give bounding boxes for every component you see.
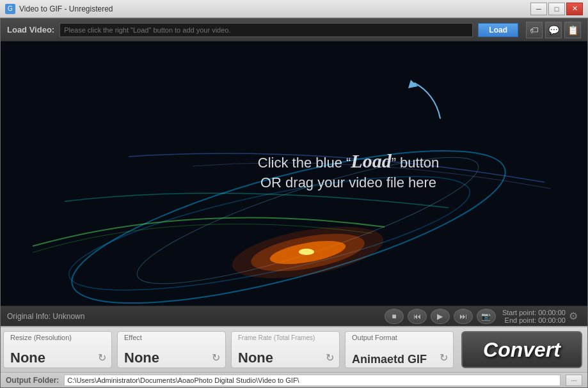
stop-button[interactable]: ■ — [385, 309, 404, 324]
top-icon-group: 🏷 💬 📋 — [526, 22, 581, 38]
framerate-label-sub: (Total Frames) — [274, 334, 315, 341]
resize-value: None — [10, 351, 105, 365]
framerate-value: None — [238, 351, 333, 365]
effect-label: Effect — [124, 334, 219, 341]
effect-control-box[interactable]: Effect None ↻ — [117, 331, 226, 368]
resize-settings-icon[interactable]: ↻ — [98, 352, 106, 364]
convert-button[interactable]: Convert — [461, 331, 582, 368]
framerate-label: Frame Rate (Total Frames) — [238, 334, 333, 341]
outputformat-label: Output Format — [352, 334, 447, 341]
play-button[interactable]: ▶ — [431, 309, 450, 324]
outputformat-control-box[interactable]: Output Format Animaetd GIF ↻ — [345, 331, 454, 368]
maximize-button[interactable]: □ — [548, 3, 565, 15]
start-point-text: Start point: 00:00:00 — [502, 309, 566, 316]
resize-label: Resize (Resolution) — [10, 334, 105, 341]
effect-settings-icon[interactable]: ↻ — [212, 352, 220, 364]
tag-button[interactable]: 🏷 — [526, 22, 543, 38]
list-button[interactable]: 📋 — [564, 22, 581, 38]
video-path-input[interactable] — [60, 23, 473, 37]
playback-controls: ■ ⏮ ▶ ⏭ 📷 — [385, 309, 496, 324]
output-folder-label: Output Folder: — [6, 376, 59, 385]
resize-control-box[interactable]: Resize (Resolution) None ↻ — [3, 331, 112, 368]
framerate-control-box[interactable]: Frame Rate (Total Frames) None ↻ — [231, 331, 340, 368]
time-info: Start point: 00:00:00 End point: 00:00:0… — [502, 309, 566, 324]
framerate-settings-icon[interactable]: ↻ — [326, 352, 334, 364]
chat-button[interactable]: 💬 — [545, 22, 562, 38]
load-video-label: Load Video: — [7, 25, 54, 35]
prev-button[interactable]: ⏮ — [408, 309, 427, 324]
window-controls: ─ □ ✕ — [530, 3, 583, 15]
controls-panel: Resize (Resolution) None ↻ Effect None ↻… — [1, 326, 587, 372]
close-button[interactable]: ✕ — [566, 3, 583, 15]
titlebar: G Video to GIF - Unregistered ─ □ ✕ — [0, 0, 588, 18]
background-effect — [1, 42, 587, 306]
output-browse-button[interactable]: ··· — [566, 375, 582, 386]
effect-value: None — [124, 351, 219, 365]
load-button[interactable]: Load — [478, 23, 518, 37]
next-button[interactable]: ⏭ — [454, 309, 473, 324]
arrow-graphic — [402, 77, 453, 121]
video-area[interactable]: Click the blue “Load” button OR drag you… — [1, 42, 587, 306]
svg-point-7 — [299, 249, 314, 255]
window-title: Video to GIF - Unregistered — [19, 4, 530, 13]
framerate-label-main: Frame Rate — [238, 334, 272, 341]
output-folder-bar: Output Folder: ··· — [1, 372, 587, 387]
settings-button[interactable]: ⚙ — [566, 309, 581, 324]
output-path-input[interactable] — [64, 375, 560, 386]
end-point-text: End point: 00:00:00 — [502, 316, 566, 324]
original-info-text: Original Info: Unknown — [7, 312, 385, 321]
minimize-button[interactable]: ─ — [530, 3, 547, 15]
convert-button-label: Convert — [483, 338, 560, 362]
outputformat-settings-icon[interactable]: ↻ — [440, 352, 448, 364]
info-bar: Original Info: Unknown ■ ⏮ ▶ ⏭ 📷 Start p… — [1, 306, 587, 326]
snapshot-button[interactable]: 📷 — [477, 309, 496, 324]
outputformat-value: Animaetd GIF — [352, 353, 447, 365]
app-icon: G — [5, 4, 15, 14]
main-window: Load Video: Load 🏷 💬 📋 — [0, 18, 588, 388]
top-bar: Load Video: Load 🏷 💬 📋 — [1, 19, 587, 42]
